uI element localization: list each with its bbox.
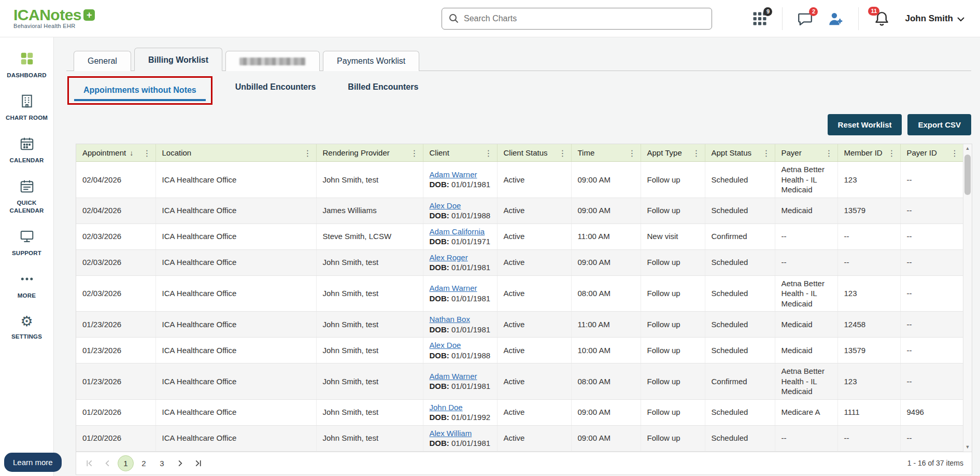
- learn-more-button[interactable]: Learn more: [4, 453, 62, 472]
- reset-worklist-button[interactable]: Reset Worklist: [828, 114, 902, 135]
- cell-payer-id: --: [900, 363, 963, 400]
- add-client-icon[interactable]: [828, 11, 844, 27]
- search-icon: [448, 13, 459, 25]
- cell-rendering-provider: John Smith, test: [316, 162, 423, 198]
- scrollbar-thumb[interactable]: [964, 155, 971, 195]
- column-header-payer[interactable]: Payer⋮: [775, 144, 837, 162]
- subtab-appointments-without-notes[interactable]: Appointments without Notes: [74, 79, 206, 101]
- sidebar-item-dashboard[interactable]: DASHBOARD: [0, 51, 53, 79]
- column-header-appt-type[interactable]: Appt Type⋮: [641, 144, 705, 162]
- table-row[interactable]: 02/03/2026 ICA Healthcare Office John Sm…: [76, 275, 963, 312]
- table-row[interactable]: 02/03/2026 ICA Healthcare Office Steve S…: [76, 223, 963, 249]
- cell-client: Alex Doe DOB: 01/01/1988: [423, 338, 497, 363]
- column-header-time[interactable]: Time⋮: [571, 144, 641, 162]
- next-page-button[interactable]: [172, 455, 188, 471]
- client-link[interactable]: Alex Doe: [430, 201, 461, 210]
- tab-billing-worklist[interactable]: Billing Worklist: [134, 48, 222, 71]
- cell-payer: Medicaid: [775, 312, 837, 338]
- sidebar-item-label: SUPPORT: [12, 249, 41, 257]
- cell-payer-id: 9496: [900, 399, 963, 425]
- tab-general[interactable]: General: [74, 51, 131, 71]
- client-dob: DOB: 01/01/1981: [430, 262, 491, 273]
- column-header-appt-status[interactable]: Appt Status⋮: [705, 144, 775, 162]
- table-row[interactable]: 01/23/2026 ICA Healthcare Office John Sm…: [76, 338, 963, 363]
- cell-appointment: 02/04/2026: [76, 162, 155, 198]
- table-row[interactable]: 01/20/2026 ICA Healthcare Office John Sm…: [76, 399, 963, 425]
- page-button-3[interactable]: 3: [154, 455, 170, 471]
- cell-rendering-provider: John Smith, test: [316, 425, 423, 451]
- column-header-client-status[interactable]: Client Status⋮: [497, 144, 571, 162]
- cell-client-status: Active: [497, 363, 571, 400]
- messages-icon[interactable]: 2: [797, 11, 813, 27]
- client-link[interactable]: John Doe: [430, 403, 463, 412]
- client-link[interactable]: Adam California: [430, 227, 485, 236]
- client-link[interactable]: Alex William: [430, 429, 472, 438]
- table-row[interactable]: 01/23/2026 ICA Healthcare Office John Sm…: [76, 363, 963, 400]
- cell-payer: Medicare A: [775, 399, 837, 425]
- sidebar-item-more[interactable]: MORE: [0, 271, 53, 300]
- notifications-bell-icon[interactable]: 11: [873, 10, 890, 27]
- sidebar-item-support[interactable]: SUPPORT: [0, 229, 53, 257]
- column-header-payer-id[interactable]: Payer ID⋮: [900, 144, 963, 162]
- scroll-up-icon[interactable]: ▲: [963, 144, 972, 153]
- user-menu[interactable]: John Smith: [905, 13, 964, 24]
- client-link[interactable]: Adam Warner: [430, 170, 477, 179]
- cell-client: Adam California DOB: 01/01/1971: [423, 223, 497, 249]
- cell-time: 09:00 AM: [571, 425, 641, 451]
- tab-payments-worklist[interactable]: Payments Worklist: [323, 51, 419, 71]
- vertical-scrollbar[interactable]: ▲ ▼: [963, 144, 972, 452]
- column-header-member-id[interactable]: Member ID⋮: [837, 144, 900, 162]
- search-input[interactable]: [464, 14, 705, 23]
- last-page-button[interactable]: [190, 455, 206, 471]
- column-header-location[interactable]: Location⋮: [155, 144, 316, 162]
- cell-location: ICA Healthcare Office: [155, 312, 316, 338]
- column-menu-icon[interactable]: ⋮: [762, 148, 771, 158]
- column-menu-icon[interactable]: ⋮: [825, 148, 833, 158]
- sidebar-item-calendar[interactable]: CALENDAR: [0, 136, 53, 164]
- column-header-appointment[interactable]: Appointment↓⋮: [76, 144, 155, 162]
- page-button-1[interactable]: 1: [118, 455, 134, 471]
- client-link[interactable]: Adam Warner: [430, 284, 477, 292]
- column-menu-icon[interactable]: ⋮: [692, 148, 701, 158]
- table-row[interactable]: 02/04/2026 ICA Healthcare Office John Sm…: [76, 162, 963, 198]
- client-link[interactable]: Nathan Box: [430, 315, 470, 324]
- main-content: General Billing Worklist Payments Workli…: [54, 37, 980, 476]
- sidebar-item-settings[interactable]: ⚙ SETTINGS: [0, 314, 53, 341]
- export-csv-button[interactable]: Export CSV: [907, 114, 971, 135]
- client-link[interactable]: Alex Doe: [430, 341, 461, 349]
- column-menu-icon[interactable]: ⋮: [304, 148, 312, 158]
- first-page-button[interactable]: [81, 455, 97, 471]
- sidebar-item-chart-room[interactable]: CHART ROOM: [0, 93, 53, 122]
- cell-appt-type: Follow up: [641, 275, 705, 312]
- subtab-unbilled-encounters[interactable]: Unbilled Encounters: [226, 76, 325, 97]
- cell-location: ICA Healthcare Office: [155, 275, 316, 312]
- redacted-label: [239, 58, 306, 65]
- sidebar-item-label: MORE: [18, 292, 36, 300]
- column-header-rendering-provider[interactable]: Rendering Provider⋮: [316, 144, 423, 162]
- column-header-client[interactable]: Client⋮: [423, 144, 497, 162]
- page-button-2[interactable]: 2: [136, 455, 152, 471]
- previous-page-button[interactable]: [100, 455, 116, 471]
- sidebar-item-quick-calendar[interactable]: QUICK CALENDAR: [0, 178, 53, 215]
- table-row[interactable]: 02/04/2026 ICA Healthcare Office James W…: [76, 198, 963, 223]
- column-menu-icon[interactable]: ⋮: [410, 148, 419, 158]
- client-link[interactable]: Alex Roger: [430, 253, 468, 262]
- sidebar: DASHBOARD CHART ROOM CALENDAR: [0, 37, 54, 476]
- column-menu-icon[interactable]: ⋮: [559, 148, 567, 158]
- subtab-billed-encounters[interactable]: Billed Encounters: [338, 76, 428, 97]
- table-row[interactable]: 02/03/2026 ICA Healthcare Office John Sm…: [76, 249, 963, 275]
- cell-appt-type: Follow up: [641, 312, 705, 338]
- tab-redacted[interactable]: [225, 51, 320, 71]
- column-menu-icon[interactable]: ⋮: [888, 148, 896, 158]
- column-menu-icon[interactable]: ⋮: [628, 148, 636, 158]
- apps-grid-icon[interactable]: 9: [752, 11, 768, 26]
- scroll-down-icon[interactable]: ▼: [963, 443, 972, 452]
- column-menu-icon[interactable]: ⋮: [485, 148, 493, 158]
- table-row[interactable]: 01/23/2026 ICA Healthcare Office John Sm…: [76, 312, 963, 338]
- dashboard-icon: [19, 51, 35, 68]
- column-menu-icon[interactable]: ⋮: [950, 148, 959, 158]
- client-link[interactable]: Adam Warner: [430, 372, 477, 381]
- messages-badge: 2: [809, 7, 818, 16]
- column-menu-icon[interactable]: ⋮: [143, 148, 151, 158]
- table-row[interactable]: 01/20/2026 ICA Healthcare Office John Sm…: [76, 425, 963, 451]
